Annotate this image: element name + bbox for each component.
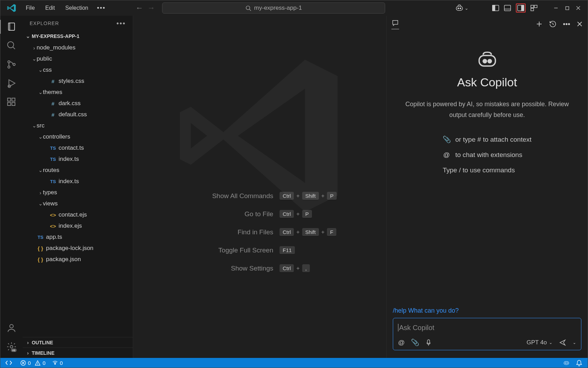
svg-rect-24 [8, 98, 11, 101]
svg-point-35 [483, 60, 486, 63]
shortcut-row: Find in FilesCtrl+Shift+F [183, 228, 337, 236]
command-center[interactable]: my-express-app-1 [162, 2, 385, 14]
mic-icon[interactable] [426, 339, 432, 346]
window-close-icon[interactable] [575, 5, 581, 11]
timeline-section[interactable]: › TIMELINE [23, 347, 133, 358]
svg-point-29 [10, 345, 13, 348]
svg-rect-6 [492, 5, 495, 11]
new-chat-icon[interactable] [536, 21, 543, 28]
menu-file[interactable]: File [21, 3, 39, 13]
file-row[interactable]: TSindex.ts [23, 154, 133, 165]
file-tree: ›node_modules⌄public⌄css#styles.css⌄them… [23, 41, 133, 337]
svg-point-43 [54, 363, 55, 365]
file-row[interactable]: { }package.json [23, 254, 133, 265]
menu-more-icon[interactable]: ••• [94, 3, 108, 13]
panel-more-icon[interactable]: ••• [563, 20, 570, 28]
folder-row[interactable]: ⌄controllers [23, 131, 133, 142]
copilot-hint: 📎or type # to attach context [443, 135, 532, 143]
menu-selection[interactable]: Selection [61, 3, 93, 13]
activity-explorer-icon[interactable] [5, 20, 18, 34]
attach-icon[interactable]: 📎 [411, 338, 419, 346]
status-bar: 0 0 0 [0, 358, 588, 368]
file-row[interactable]: <>index.ejs [23, 220, 133, 232]
svg-point-45 [565, 363, 566, 363]
svg-rect-27 [12, 98, 15, 101]
file-row[interactable]: <>contact.ejs [23, 209, 133, 220]
window-maximize-icon[interactable] [564, 5, 570, 11]
status-problems[interactable]: 0 0 [17, 358, 49, 368]
slash-hint[interactable]: /help What can you do? [393, 307, 581, 314]
folder-row[interactable]: ⌄css [23, 64, 133, 76]
layout-primary-sidebar-icon[interactable] [492, 5, 499, 11]
menu-edit[interactable]: Edit [41, 3, 60, 13]
file-row[interactable]: #dark.css [23, 98, 133, 109]
activity-search-icon[interactable] [5, 39, 18, 53]
activity-extensions-icon[interactable] [5, 95, 18, 109]
svg-point-4 [460, 8, 461, 9]
activity-run-debug-icon[interactable] [5, 76, 18, 90]
search-icon [245, 5, 251, 11]
window-minimize-icon[interactable] [553, 5, 559, 11]
outline-section[interactable]: › OUTLINE [23, 337, 133, 347]
command-center-label: my-express-app-1 [254, 5, 302, 11]
file-row[interactable]: TScontact.ts [23, 142, 133, 154]
file-row[interactable]: #styles.css [23, 76, 133, 87]
folder-row[interactable]: ⌄src [23, 120, 133, 131]
nav-back-icon[interactable]: ← [136, 3, 143, 13]
svg-line-19 [13, 47, 15, 49]
activity-accounts-icon[interactable] [5, 321, 18, 335]
sidebar-title: EXPLORER [30, 21, 59, 26]
nav-forward-icon[interactable]: → [147, 3, 155, 13]
svg-rect-11 [531, 5, 534, 8]
svg-rect-25 [8, 102, 11, 105]
file-row[interactable]: TSapp.ts [23, 232, 133, 243]
copilot-status-icon[interactable]: ⌄ [455, 4, 468, 12]
layout-secondary-sidebar-icon[interactable] [516, 3, 526, 13]
svg-rect-2 [456, 6, 463, 10]
remote-indicator-icon[interactable] [0, 358, 17, 368]
customize-layout-icon[interactable] [530, 5, 537, 11]
svg-point-21 [8, 66, 10, 68]
titlebar: File Edit Selection ••• ← → my-express-a… [0, 0, 588, 16]
svg-point-46 [567, 363, 567, 363]
svg-point-22 [13, 63, 15, 65]
status-ports[interactable]: 0 [49, 358, 66, 368]
copilot-panel: ••• Ask Copilot Copilot is powered by AI… [386, 16, 588, 358]
svg-point-42 [38, 364, 38, 365]
chat-input[interactable]: Ask Copilot @ 📎 GPT 4o⌄ ⌄ [393, 318, 581, 350]
history-icon[interactable] [549, 20, 557, 28]
svg-rect-10 [521, 5, 524, 11]
copilot-hints: 📎or type # to attach context@to chat wit… [443, 135, 532, 174]
svg-rect-37 [428, 339, 430, 343]
mention-icon[interactable]: @ [398, 339, 405, 346]
activity-source-control-icon[interactable] [5, 57, 18, 71]
shortcut-row: Toggle Full ScreenF11 [183, 246, 337, 255]
svg-rect-12 [534, 5, 537, 8]
vscode-logo-icon [7, 3, 16, 13]
shortcut-row: Show SettingsCtrl+, [183, 264, 337, 273]
folder-row[interactable]: ›node_modules [23, 42, 133, 53]
file-row[interactable]: TSindex.ts [23, 176, 133, 187]
svg-point-0 [246, 6, 250, 10]
workspace-header[interactable]: ⌄ MY-EXPRESS-APP-1 [23, 31, 133, 41]
panel-close-icon[interactable] [576, 21, 583, 27]
folder-row[interactable]: ⌄themes [23, 87, 133, 98]
svg-rect-7 [504, 5, 511, 11]
file-row[interactable]: { }package-lock.json [23, 243, 133, 254]
folder-row[interactable]: ›types [23, 187, 133, 198]
sidebar-more-icon[interactable]: ••• [116, 19, 126, 28]
folder-row[interactable]: ⌄views [23, 198, 133, 209]
file-row[interactable]: #default.css [23, 109, 133, 120]
layout-panel-icon[interactable] [504, 5, 511, 11]
chat-tab-icon[interactable] [391, 19, 399, 29]
folder-row[interactable]: ⌄public [23, 53, 133, 64]
copilot-hint: @to chat with extensions [443, 151, 532, 159]
status-notifications-icon[interactable] [573, 358, 588, 368]
svg-rect-34 [479, 55, 495, 66]
svg-point-36 [488, 60, 491, 63]
status-copilot-icon[interactable] [560, 358, 573, 368]
model-selector[interactable]: GPT 4o⌄ [527, 339, 552, 346]
folder-row[interactable]: ⌄routes [23, 165, 133, 176]
send-icon[interactable] [559, 339, 566, 346]
activity-settings-icon[interactable]: vs [5, 340, 18, 354]
